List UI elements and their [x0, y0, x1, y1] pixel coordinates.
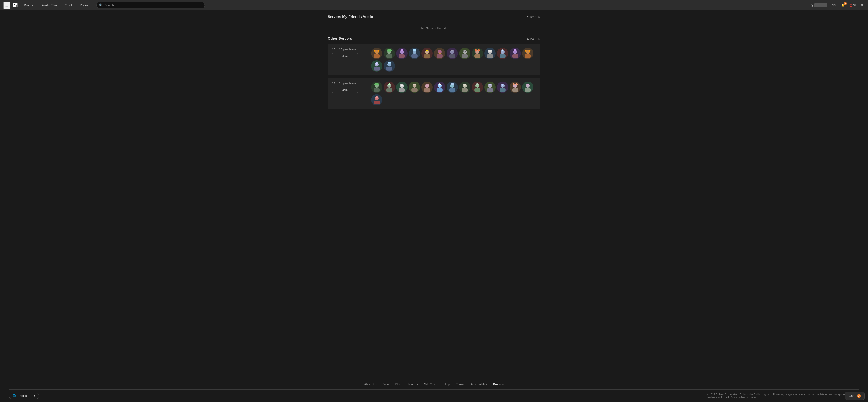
svg-point-28	[465, 51, 466, 52]
svg-rect-43	[525, 55, 531, 58]
server-card-2: 14 of 20 people max Join	[328, 78, 540, 109]
svg-point-66	[426, 85, 427, 86]
svg-point-27	[463, 51, 464, 52]
other-section-title: Other Servers	[328, 36, 352, 41]
roblox-logo[interactable]	[12, 2, 19, 8]
footer-link-blog[interactable]: Blog	[395, 382, 401, 386]
svg-point-41	[514, 49, 517, 51]
friends-refresh-button[interactable]: Refresh ↻	[526, 15, 540, 19]
footer-bottom: 🌐 English ▾ ©2022 Roblox Corporation. Ro…	[0, 390, 868, 402]
svg-point-35	[488, 50, 492, 52]
server-capacity-2: 14 of 20 people max	[332, 82, 367, 85]
avatar	[509, 82, 521, 93]
footer: About Us Jobs Blog Parents Gift Cards He…	[0, 375, 868, 402]
avatar	[422, 82, 433, 93]
svg-rect-8	[386, 55, 392, 58]
svg-point-89	[516, 83, 518, 85]
avatar	[371, 94, 382, 105]
svg-point-88	[513, 83, 515, 85]
avatar	[384, 82, 395, 93]
svg-rect-14	[411, 55, 417, 58]
notifications-button[interactable]: 🔔 5	[840, 3, 846, 8]
svg-point-76	[463, 84, 466, 86]
svg-rect-11	[399, 55, 405, 58]
account-info[interactable]: @	[810, 3, 829, 8]
no-servers-message: No Servers Found.	[328, 22, 540, 36]
avatar	[409, 48, 420, 59]
avatar	[446, 48, 458, 59]
svg-rect-84	[499, 88, 506, 92]
friends-section-title: Servers My Friends Are In	[328, 15, 373, 19]
footer-link-jobs[interactable]: Jobs	[383, 382, 389, 386]
nav-right: @ 13+ 🔔 5 ⭕ 91 ⚙	[810, 3, 865, 8]
hamburger-button[interactable]: ☰	[3, 2, 10, 9]
nav-links: Discover Avatar Shop Create Robux	[21, 2, 91, 8]
svg-rect-47	[374, 67, 380, 70]
footer-link-about-us[interactable]: About Us	[364, 382, 377, 386]
svg-rect-34	[487, 55, 493, 58]
svg-rect-91	[525, 88, 531, 92]
join-button-1[interactable]: Join	[332, 53, 358, 59]
footer-link-terms[interactable]: Terms	[456, 382, 464, 386]
avatar	[371, 60, 382, 71]
chat-label: Chat	[849, 394, 855, 398]
robux-icon: ⭕	[849, 4, 852, 7]
svg-rect-62	[411, 88, 417, 92]
chat-button[interactable]: Chat 2	[845, 392, 865, 400]
svg-rect-63	[412, 84, 416, 85]
svg-rect-82	[489, 84, 491, 85]
footer-link-gift-cards[interactable]: Gift Cards	[424, 382, 438, 386]
age-label: 13+	[832, 4, 836, 7]
footer-link-parents[interactable]: Parents	[407, 382, 418, 386]
svg-point-54	[374, 83, 379, 86]
main-content: Servers My Friends Are In Refresh ↻ No S…	[293, 10, 575, 375]
svg-point-48	[375, 62, 378, 65]
navbar: ☰ Discover Avatar Shop Create Robux 🔍 @ …	[0, 0, 868, 10]
nav-link-create[interactable]: Create	[62, 2, 76, 8]
nav-link-robux[interactable]: Robux	[77, 2, 91, 8]
svg-rect-65	[424, 88, 430, 92]
footer-link-privacy[interactable]: Privacy	[493, 382, 504, 386]
svg-rect-53	[374, 88, 380, 92]
nav-link-discover[interactable]: Discover	[21, 2, 38, 8]
svg-rect-94	[374, 101, 380, 104]
svg-rect-72	[449, 88, 455, 92]
other-refresh-button[interactable]: Refresh ↻	[526, 37, 540, 41]
server-capacity-1: 15 of 20 people max	[332, 48, 367, 51]
svg-rect-75	[462, 88, 468, 92]
svg-rect-0	[13, 3, 18, 7]
avatar	[472, 48, 483, 59]
footer-link-help[interactable]: Help	[444, 382, 450, 386]
svg-rect-1	[14, 4, 15, 5]
server-avatars-2	[371, 82, 536, 105]
svg-point-9	[387, 49, 392, 52]
refresh-label-other: Refresh	[526, 37, 536, 40]
notifications-badge: 5	[844, 2, 847, 5]
avatar	[472, 82, 483, 93]
language-select-button[interactable]: 🌐 English ▾	[9, 393, 39, 399]
avatar	[434, 48, 445, 59]
avatar	[396, 82, 407, 93]
svg-rect-51	[388, 62, 391, 64]
join-button-2[interactable]: Join	[332, 87, 358, 93]
server-avatars-1	[371, 48, 536, 71]
svg-point-67	[428, 85, 429, 86]
svg-rect-78	[474, 88, 480, 92]
footer-link-accessibility[interactable]: Accessibility	[470, 382, 487, 386]
avatar	[384, 60, 395, 71]
settings-button[interactable]: ⚙	[860, 3, 865, 8]
svg-rect-40	[512, 55, 518, 58]
robux-button[interactable]: ⭕ 91	[848, 3, 857, 8]
avatar	[446, 82, 458, 93]
svg-point-85	[501, 84, 503, 86]
search-input[interactable]	[96, 2, 205, 8]
nav-link-avatar-shop[interactable]: Avatar Shop	[39, 2, 61, 8]
chat-badge: 2	[857, 394, 861, 398]
svg-point-79	[476, 83, 479, 86]
svg-rect-56	[386, 88, 392, 92]
globe-icon: 🌐	[12, 394, 16, 397]
age-badge[interactable]: 13+	[831, 3, 838, 8]
language-label: English	[18, 394, 27, 397]
svg-rect-4	[374, 55, 380, 58]
svg-point-44	[525, 50, 526, 52]
